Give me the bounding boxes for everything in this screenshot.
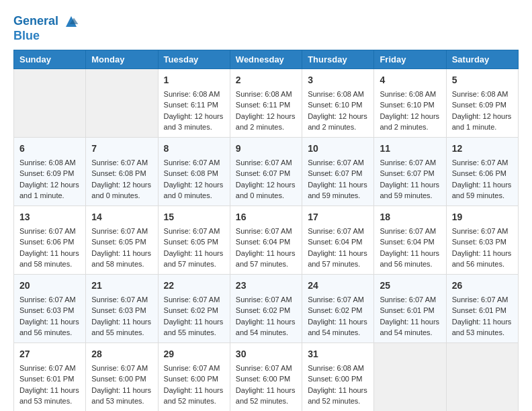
cell-content: Sunset: 6:07 PM: [380, 168, 440, 179]
calendar-cell: 5Sunrise: 6:08 AMSunset: 6:09 PMDaylight…: [446, 68, 518, 137]
cell-content: Sunrise: 6:07 AM: [164, 363, 224, 374]
cell-content: Sunrise: 6:07 AM: [308, 226, 368, 237]
day-number: 16: [236, 210, 296, 224]
cell-content: Sunrise: 6:07 AM: [91, 157, 152, 169]
header-sunday: Sunday: [14, 50, 86, 68]
cell-content: and 52 minutes.: [236, 396, 296, 407]
cell-content: Sunrise: 6:07 AM: [236, 294, 296, 306]
cell-content: and 55 minutes.: [164, 327, 224, 338]
header-saturday: Saturday: [446, 50, 518, 68]
day-number: 7: [91, 142, 152, 156]
day-number: 13: [19, 210, 80, 224]
cell-content: Sunrise: 6:07 AM: [19, 226, 80, 237]
cell-content: Sunset: 6:11 PM: [164, 99, 224, 111]
week-row-3: 13Sunrise: 6:07 AMSunset: 6:06 PMDayligh…: [14, 205, 519, 274]
cell-content: Daylight: 11 hours: [91, 316, 152, 328]
calendar-cell: 26Sunrise: 6:07 AMSunset: 6:01 PMDayligh…: [446, 274, 518, 342]
cell-content: Sunset: 6:10 PM: [308, 99, 368, 111]
calendar-cell: 27Sunrise: 6:07 AMSunset: 6:01 PMDayligh…: [14, 342, 86, 411]
day-number: 30: [236, 347, 296, 361]
cell-content: Daylight: 11 hours: [308, 248, 368, 259]
calendar-cell: 24Sunrise: 6:07 AMSunset: 6:02 PMDayligh…: [302, 274, 374, 342]
cell-content: Sunrise: 6:07 AM: [236, 157, 296, 169]
cell-content: and 57 minutes.: [236, 259, 296, 270]
cell-content: Sunset: 6:05 PM: [91, 236, 152, 248]
calendar-cell: 25Sunrise: 6:07 AMSunset: 6:01 PMDayligh…: [374, 274, 446, 342]
calendar-table: SundayMondayTuesdayWednesdayThursdayFrid…: [13, 50, 519, 411]
cell-content: Sunrise: 6:07 AM: [308, 294, 368, 306]
cell-content: Sunset: 6:04 PM: [380, 236, 440, 248]
page-header: General Blue: [13, 13, 519, 43]
calendar-header-row: SundayMondayTuesdayWednesdayThursdayFrid…: [14, 50, 519, 68]
cell-content: Sunrise: 6:07 AM: [380, 157, 440, 169]
cell-content: Daylight: 11 hours: [308, 385, 368, 396]
logo-text: General Blue: [13, 13, 79, 43]
calendar-cell: 22Sunrise: 6:07 AMSunset: 6:02 PMDayligh…: [158, 274, 230, 342]
cell-content: Sunrise: 6:07 AM: [91, 294, 152, 306]
day-number: 8: [164, 142, 224, 156]
cell-content: Sunrise: 6:07 AM: [236, 226, 296, 237]
calendar-cell: 6Sunrise: 6:08 AMSunset: 6:09 PMDaylight…: [14, 137, 86, 205]
cell-content: Daylight: 11 hours: [19, 316, 80, 328]
day-number: 11: [380, 142, 440, 156]
cell-content: Sunset: 6:03 PM: [452, 236, 513, 248]
cell-content: and 53 minutes.: [91, 396, 152, 407]
cell-content: Sunset: 6:10 PM: [380, 99, 440, 111]
calendar-cell: 15Sunrise: 6:07 AMSunset: 6:05 PMDayligh…: [158, 205, 230, 274]
day-number: 9: [236, 142, 296, 156]
cell-content: and 59 minutes.: [452, 190, 513, 201]
cell-content: Sunset: 6:00 PM: [308, 373, 368, 385]
cell-content: Daylight: 11 hours: [91, 248, 152, 259]
cell-content: Sunset: 6:06 PM: [452, 168, 513, 179]
cell-content: and 2 minutes.: [308, 122, 368, 133]
cell-content: Daylight: 12 hours: [164, 179, 224, 191]
cell-content: Daylight: 11 hours: [380, 316, 440, 328]
day-number: 28: [91, 347, 152, 361]
cell-content: Sunset: 6:01 PM: [380, 305, 440, 316]
day-number: 22: [164, 279, 224, 293]
cell-content: Daylight: 11 hours: [91, 385, 152, 396]
cell-content: Sunset: 6:02 PM: [308, 305, 368, 316]
calendar-cell: 23Sunrise: 6:07 AMSunset: 6:02 PMDayligh…: [230, 274, 302, 342]
header-friday: Friday: [374, 50, 446, 68]
cell-content: Sunset: 6:11 PM: [236, 99, 296, 111]
cell-content: Sunrise: 6:07 AM: [164, 157, 224, 169]
cell-content: Daylight: 11 hours: [380, 179, 440, 191]
calendar-cell: 18Sunrise: 6:07 AMSunset: 6:04 PMDayligh…: [374, 205, 446, 274]
calendar-cell: 31Sunrise: 6:08 AMSunset: 6:00 PMDayligh…: [302, 342, 374, 411]
day-number: 4: [380, 73, 440, 87]
cell-content: Daylight: 11 hours: [164, 248, 224, 259]
day-number: 3: [308, 73, 368, 87]
cell-content: Daylight: 11 hours: [380, 248, 440, 259]
cell-content: Daylight: 12 hours: [164, 111, 224, 122]
week-row-5: 27Sunrise: 6:07 AMSunset: 6:01 PMDayligh…: [14, 342, 519, 411]
calendar-cell: 11Sunrise: 6:07 AMSunset: 6:07 PMDayligh…: [374, 137, 446, 205]
calendar-cell: 30Sunrise: 6:07 AMSunset: 6:00 PMDayligh…: [230, 342, 302, 411]
cell-content: Sunset: 6:01 PM: [19, 373, 80, 385]
cell-content: Sunset: 6:05 PM: [164, 236, 224, 248]
cell-content: and 56 minutes.: [452, 259, 513, 270]
cell-content: and 59 minutes.: [380, 190, 440, 201]
day-number: 10: [308, 142, 368, 156]
calendar-cell: [446, 342, 518, 411]
day-number: 31: [308, 347, 368, 361]
week-row-1: 1Sunrise: 6:08 AMSunset: 6:11 PMDaylight…: [14, 68, 519, 137]
cell-content: Sunrise: 6:08 AM: [380, 89, 440, 100]
cell-content: and 54 minutes.: [380, 327, 440, 338]
cell-content: and 59 minutes.: [308, 190, 368, 201]
cell-content: Sunrise: 6:07 AM: [308, 157, 368, 169]
cell-content: Daylight: 12 hours: [19, 179, 80, 191]
cell-content: Daylight: 11 hours: [452, 316, 513, 328]
calendar-cell: 1Sunrise: 6:08 AMSunset: 6:11 PMDaylight…: [158, 68, 230, 137]
day-number: 2: [236, 73, 296, 87]
cell-content: Sunset: 6:01 PM: [452, 305, 513, 316]
cell-content: Sunset: 6:07 PM: [236, 168, 296, 179]
calendar-cell: 12Sunrise: 6:07 AMSunset: 6:06 PMDayligh…: [446, 137, 518, 205]
cell-content: Sunset: 6:09 PM: [452, 99, 513, 111]
day-number: 20: [19, 279, 80, 293]
calendar-cell: 19Sunrise: 6:07 AMSunset: 6:03 PMDayligh…: [446, 205, 518, 274]
cell-content: Sunrise: 6:07 AM: [452, 157, 513, 169]
cell-content: and 57 minutes.: [308, 259, 368, 270]
cell-content: Daylight: 11 hours: [308, 179, 368, 191]
header-monday: Monday: [86, 50, 158, 68]
